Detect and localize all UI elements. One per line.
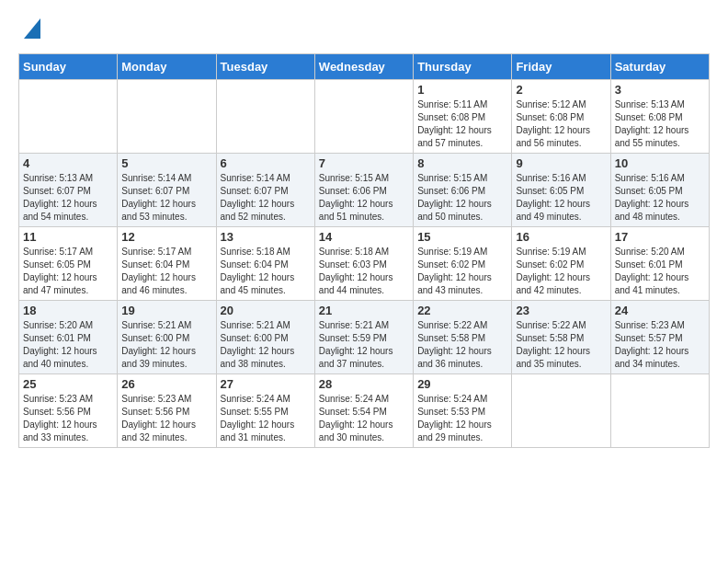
day-number: 26 xyxy=(121,377,211,391)
svg-marker-0 xyxy=(24,18,40,39)
day-number: 20 xyxy=(221,304,311,317)
calendar-cell: 11Sunrise: 5:17 AMSunset: 6:05 PMDayligh… xyxy=(19,227,118,301)
day-info: Sunrise: 5:12 AMSunset: 6:08 PMDaylight:… xyxy=(516,98,606,150)
calendar-cell: 7Sunrise: 5:15 AMSunset: 6:06 PMDaylight… xyxy=(314,154,413,227)
day-info: Sunrise: 5:21 AMSunset: 5:59 PMDaylight:… xyxy=(319,319,409,371)
calendar-cell: 12Sunrise: 5:17 AMSunset: 6:04 PMDayligh… xyxy=(118,227,216,301)
day-info: Sunrise: 5:17 AMSunset: 6:04 PMDaylight:… xyxy=(121,246,211,297)
day-number: 16 xyxy=(516,230,606,244)
day-number: 19 xyxy=(121,304,211,317)
calendar-week-row: 1Sunrise: 5:11 AMSunset: 6:08 PMDaylight… xyxy=(19,80,710,154)
logo xyxy=(18,15,40,42)
day-info: Sunrise: 5:19 AMSunset: 6:02 PMDaylight:… xyxy=(516,246,606,297)
day-info: Sunrise: 5:11 AMSunset: 6:08 PMDaylight:… xyxy=(417,98,507,150)
day-number: 15 xyxy=(417,230,507,244)
calendar-cell: 20Sunrise: 5:21 AMSunset: 6:00 PMDayligh… xyxy=(216,301,314,374)
weekday-header-monday: Monday xyxy=(118,54,216,80)
day-number: 12 xyxy=(121,230,211,244)
calendar-cell: 21Sunrise: 5:21 AMSunset: 5:59 PMDayligh… xyxy=(314,301,413,374)
day-number: 18 xyxy=(23,304,113,317)
calendar-cell: 1Sunrise: 5:11 AMSunset: 6:08 PMDaylight… xyxy=(414,80,512,154)
day-info: Sunrise: 5:14 AMSunset: 6:07 PMDaylight:… xyxy=(221,172,311,224)
day-info: Sunrise: 5:24 AMSunset: 5:55 PMDaylight:… xyxy=(221,393,311,444)
day-info: Sunrise: 5:18 AMSunset: 6:03 PMDaylight:… xyxy=(319,246,409,297)
calendar-cell: 25Sunrise: 5:23 AMSunset: 5:56 PMDayligh… xyxy=(19,374,118,448)
calendar-cell: 16Sunrise: 5:19 AMSunset: 6:02 PMDayligh… xyxy=(512,227,610,301)
calendar-cell xyxy=(610,374,709,448)
calendar-cell xyxy=(118,80,216,154)
day-info: Sunrise: 5:18 AMSunset: 6:04 PMDaylight:… xyxy=(221,246,311,297)
day-number: 11 xyxy=(23,230,113,244)
calendar-header-row: SundayMondayTuesdayWednesdayThursdayFrid… xyxy=(19,54,710,80)
day-info: Sunrise: 5:20 AMSunset: 6:01 PMDaylight:… xyxy=(23,319,113,371)
day-info: Sunrise: 5:15 AMSunset: 6:06 PMDaylight:… xyxy=(417,172,507,224)
logo-icon xyxy=(24,18,40,39)
calendar-cell: 10Sunrise: 5:16 AMSunset: 6:05 PMDayligh… xyxy=(610,154,709,227)
page-header xyxy=(18,15,710,42)
day-number: 13 xyxy=(221,230,311,244)
calendar-cell: 6Sunrise: 5:14 AMSunset: 6:07 PMDaylight… xyxy=(216,154,314,227)
day-number: 9 xyxy=(516,156,606,170)
calendar-cell xyxy=(216,80,314,154)
day-info: Sunrise: 5:21 AMSunset: 6:00 PMDaylight:… xyxy=(121,319,211,371)
day-number: 1 xyxy=(417,83,507,97)
day-info: Sunrise: 5:23 AMSunset: 5:56 PMDaylight:… xyxy=(121,393,211,444)
day-number: 23 xyxy=(516,304,606,317)
day-number: 28 xyxy=(319,377,409,391)
day-info: Sunrise: 5:24 AMSunset: 5:54 PMDaylight:… xyxy=(319,393,409,444)
calendar-cell: 13Sunrise: 5:18 AMSunset: 6:04 PMDayligh… xyxy=(216,227,314,301)
weekday-header-tuesday: Tuesday xyxy=(216,54,314,80)
calendar-cell: 24Sunrise: 5:23 AMSunset: 5:57 PMDayligh… xyxy=(610,301,709,374)
weekday-header-sunday: Sunday xyxy=(19,54,118,80)
day-number: 29 xyxy=(417,377,507,391)
weekday-header-friday: Friday xyxy=(512,54,610,80)
calendar-cell xyxy=(512,374,610,448)
calendar-cell: 15Sunrise: 5:19 AMSunset: 6:02 PMDayligh… xyxy=(414,227,512,301)
day-number: 25 xyxy=(23,377,113,391)
calendar-cell: 2Sunrise: 5:12 AMSunset: 6:08 PMDaylight… xyxy=(512,80,610,154)
day-info: Sunrise: 5:24 AMSunset: 5:53 PMDaylight:… xyxy=(417,393,507,444)
day-number: 21 xyxy=(319,304,409,317)
day-info: Sunrise: 5:15 AMSunset: 6:06 PMDaylight:… xyxy=(319,172,409,224)
day-info: Sunrise: 5:17 AMSunset: 6:05 PMDaylight:… xyxy=(23,246,113,297)
calendar-cell: 14Sunrise: 5:18 AMSunset: 6:03 PMDayligh… xyxy=(314,227,413,301)
day-number: 22 xyxy=(417,304,507,317)
calendar-cell: 29Sunrise: 5:24 AMSunset: 5:53 PMDayligh… xyxy=(414,374,512,448)
day-number: 14 xyxy=(319,230,409,244)
calendar-cell: 27Sunrise: 5:24 AMSunset: 5:55 PMDayligh… xyxy=(216,374,314,448)
calendar-cell: 8Sunrise: 5:15 AMSunset: 6:06 PMDaylight… xyxy=(414,154,512,227)
calendar-week-row: 4Sunrise: 5:13 AMSunset: 6:07 PMDaylight… xyxy=(19,154,710,227)
day-number: 27 xyxy=(221,377,311,391)
day-number: 17 xyxy=(615,230,705,244)
day-number: 24 xyxy=(615,304,705,317)
calendar-week-row: 18Sunrise: 5:20 AMSunset: 6:01 PMDayligh… xyxy=(19,301,710,374)
calendar-cell: 9Sunrise: 5:16 AMSunset: 6:05 PMDaylight… xyxy=(512,154,610,227)
weekday-header-saturday: Saturday xyxy=(610,54,709,80)
day-info: Sunrise: 5:16 AMSunset: 6:05 PMDaylight:… xyxy=(516,172,606,224)
calendar-cell: 19Sunrise: 5:21 AMSunset: 6:00 PMDayligh… xyxy=(118,301,216,374)
calendar-cell: 4Sunrise: 5:13 AMSunset: 6:07 PMDaylight… xyxy=(19,154,118,227)
calendar-cell xyxy=(19,80,118,154)
calendar-cell: 5Sunrise: 5:14 AMSunset: 6:07 PMDaylight… xyxy=(118,154,216,227)
calendar-table: SundayMondayTuesdayWednesdayThursdayFrid… xyxy=(18,53,710,448)
day-number: 6 xyxy=(221,156,311,170)
day-info: Sunrise: 5:22 AMSunset: 5:58 PMDaylight:… xyxy=(516,319,606,371)
calendar-cell: 26Sunrise: 5:23 AMSunset: 5:56 PMDayligh… xyxy=(118,374,216,448)
day-info: Sunrise: 5:13 AMSunset: 6:07 PMDaylight:… xyxy=(23,172,113,224)
day-info: Sunrise: 5:13 AMSunset: 6:08 PMDaylight:… xyxy=(615,98,705,150)
calendar-cell xyxy=(314,80,413,154)
calendar-week-row: 11Sunrise: 5:17 AMSunset: 6:05 PMDayligh… xyxy=(19,227,710,301)
calendar-cell: 17Sunrise: 5:20 AMSunset: 6:01 PMDayligh… xyxy=(610,227,709,301)
calendar-cell: 22Sunrise: 5:22 AMSunset: 5:58 PMDayligh… xyxy=(414,301,512,374)
day-info: Sunrise: 5:21 AMSunset: 6:00 PMDaylight:… xyxy=(221,319,311,371)
day-info: Sunrise: 5:19 AMSunset: 6:02 PMDaylight:… xyxy=(417,246,507,297)
day-info: Sunrise: 5:20 AMSunset: 6:01 PMDaylight:… xyxy=(615,246,705,297)
day-number: 4 xyxy=(23,156,113,170)
day-number: 3 xyxy=(615,83,705,97)
day-info: Sunrise: 5:22 AMSunset: 5:58 PMDaylight:… xyxy=(417,319,507,371)
calendar-cell: 28Sunrise: 5:24 AMSunset: 5:54 PMDayligh… xyxy=(314,374,413,448)
day-number: 5 xyxy=(121,156,211,170)
calendar-week-row: 25Sunrise: 5:23 AMSunset: 5:56 PMDayligh… xyxy=(19,374,710,448)
day-number: 7 xyxy=(319,156,409,170)
day-info: Sunrise: 5:16 AMSunset: 6:05 PMDaylight:… xyxy=(615,172,705,224)
